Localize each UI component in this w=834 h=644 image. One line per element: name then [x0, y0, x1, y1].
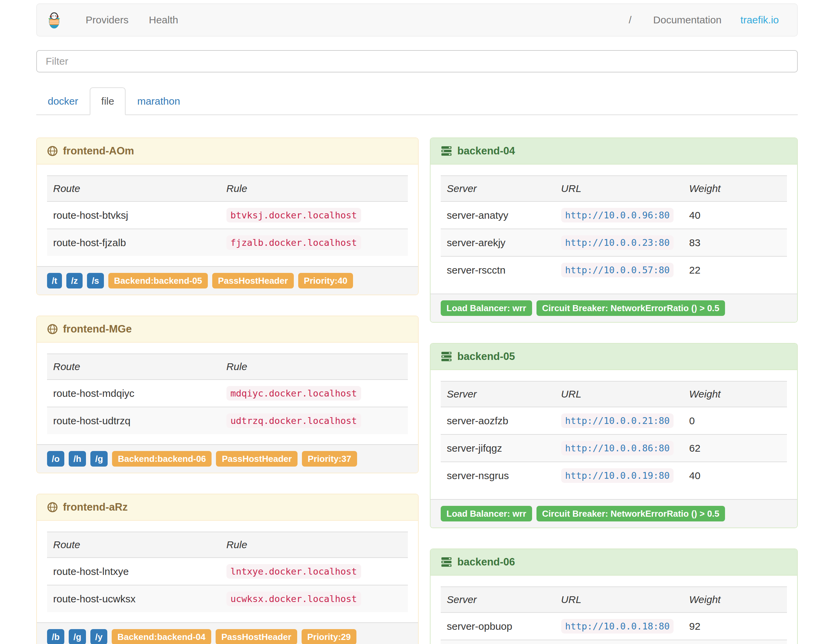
frontend-panel: frontend-AOm Route Rule route-host-btvks…: [36, 138, 419, 295]
table-row: server-arekjy http://10.0.0.23:80 83: [441, 229, 787, 256]
backend-panel-footer: Load Balancer: wrr Circuit Breaker: Netw…: [430, 499, 797, 527]
filter-input[interactable]: [36, 50, 798, 73]
table-row: route-host-mdqiyc mdqiyc.docker.localhos…: [47, 380, 408, 407]
tab-marathon[interactable]: marathon: [126, 87, 192, 115]
routes-table: Route Rule route-host-mdqiyc mdqiyc.dock…: [47, 353, 408, 434]
provider-tabs: docker file marathon: [36, 87, 798, 115]
traefik-logo-icon[interactable]: [46, 11, 62, 29]
tab-docker[interactable]: docker: [36, 87, 90, 115]
routes-table: Route Rule route-host-btvksj btvksj.dock…: [47, 175, 408, 256]
entrypoint-badge: /o: [47, 451, 64, 467]
load-balancer-badge: Load Balancer: wrr: [441, 506, 532, 521]
rule-value: udtrzq.docker.localhost: [226, 413, 361, 428]
server-name: server-jifqgz: [441, 434, 555, 462]
table-row: server-aozfzb http://10.0.0.21:80 0: [441, 407, 787, 434]
frontend-name: frontend-AOm: [63, 145, 134, 157]
backend-panel-heading: backend-05: [430, 344, 797, 370]
frontends-column: frontend-AOm Route Rule route-host-btvks…: [36, 138, 419, 644]
server-url-link[interactable]: http://10.0.0.18:80: [565, 621, 670, 631]
frontend-panel: frontend-aRz Route Rule route-host-lntxy…: [36, 494, 419, 644]
rule-value: btvksj.docker.localhost: [226, 208, 361, 222]
table-row: route-host-fjzalb fjzalb.docker.localhos…: [47, 229, 408, 256]
table-row: route-host-ucwksx ucwksx.docker.localhos…: [47, 585, 408, 612]
priority-badge: Priority:37: [302, 451, 357, 467]
servers-table: Server URL Weight server-aozfzb http://1…: [441, 381, 787, 489]
backend-panel-footer: Load Balancer: wrr Circuit Breaker: Netw…: [430, 294, 797, 322]
server-url-link[interactable]: http://10.0.0.57:80: [565, 265, 670, 275]
column-header-url: URL: [555, 381, 684, 407]
column-header-rule: Rule: [220, 176, 408, 201]
column-header-weight: Weight: [683, 381, 787, 407]
navbar-right: / Documentation traefik.io: [617, 14, 788, 26]
server-name: server-tksmvo: [441, 640, 555, 644]
column-header-url: URL: [555, 176, 684, 201]
passhostheader-badge: PassHostHeader: [216, 451, 297, 467]
server-url-link[interactable]: http://10.0.0.21:80: [565, 416, 670, 426]
route-name: route-host-fjzalb: [47, 229, 220, 256]
backend-panel-heading: backend-04: [430, 138, 797, 165]
backend-panel: backend-05 Server URL Weight server-aozf…: [430, 343, 798, 528]
column-header-server: Server: [441, 587, 555, 613]
column-header-rule: Rule: [220, 354, 408, 380]
nav-separator: /: [617, 14, 643, 26]
circuit-breaker-badge: Circuit Breaker: NetworkErrorRatio () > …: [537, 300, 725, 316]
nav-link-health[interactable]: Health: [139, 14, 189, 26]
navbar: Providers Health / Documentation traefik…: [36, 3, 798, 37]
frontend-panel: frontend-MGe Route Rule route-host-mdqiy…: [36, 316, 419, 473]
frontend-panel-heading: frontend-AOm: [37, 138, 418, 165]
column-header-server: Server: [441, 381, 555, 407]
server-weight: 40: [683, 462, 787, 489]
entrypoint-badge: /y: [91, 629, 107, 644]
server-name: server-anatyy: [441, 201, 555, 229]
backend-badge: Backend:backend-04: [112, 629, 211, 644]
entrypoint-badge: /g: [69, 629, 86, 644]
globe-icon: [47, 502, 58, 513]
route-name: route-host-ucwksx: [47, 585, 220, 612]
backend-badge: Backend:backend-05: [108, 273, 208, 288]
server-name: server-arekjy: [441, 229, 555, 256]
server-weight: 92: [683, 613, 787, 640]
routes-table: Route Rule route-host-lntxye lntxye.dock…: [47, 532, 408, 612]
priority-badge: Priority:40: [298, 273, 353, 288]
server-weight: 83: [683, 229, 787, 256]
route-name: route-host-udtrzq: [47, 407, 220, 434]
entrypoint-badge: /t: [47, 273, 62, 288]
column-header-route: Route: [47, 354, 220, 380]
table-row: server-opbuop http://10.0.0.18:80 92: [441, 613, 787, 640]
filter-container: [36, 50, 798, 73]
backend-badge: Backend:backend-06: [112, 451, 212, 467]
globe-icon: [47, 146, 58, 157]
servers-table: Server URL Weight server-opbuop http://1…: [441, 586, 787, 644]
server-url-link[interactable]: http://10.0.0.86:80: [565, 443, 670, 453]
nav-link-documentation[interactable]: Documentation: [643, 14, 732, 26]
entrypoint-badge: /g: [91, 451, 108, 467]
column-header-rule: Rule: [220, 532, 408, 558]
server-weight: 0: [683, 407, 787, 434]
frontend-name: frontend-MGe: [63, 323, 132, 335]
server-url-link[interactable]: http://10.0.0.23:80: [565, 237, 670, 248]
servers-table: Server URL Weight server-anatyy http://1…: [441, 175, 787, 283]
table-row: route-host-udtrzq udtrzq.docker.localhos…: [47, 407, 408, 434]
table-row: server-anatyy http://10.0.0.96:80 40: [441, 201, 787, 229]
server-name: server-opbuop: [441, 613, 555, 640]
backend-panel: backend-06 Server URL Weight server-opbu…: [430, 549, 798, 644]
table-row: server-nsgrus http://10.0.0.19:80 40: [441, 462, 787, 489]
table-row: server-tksmvo http://10.0.0.63:80 29: [441, 640, 787, 644]
tab-file[interactable]: file: [90, 87, 126, 115]
table-row: route-host-btvksj btvksj.docker.localhos…: [47, 201, 408, 229]
server-url-link[interactable]: http://10.0.0.96:80: [565, 210, 670, 220]
server-url-link[interactable]: http://10.0.0.19:80: [565, 470, 670, 481]
route-name: route-host-btvksj: [47, 201, 220, 229]
entrypoint-badge: /z: [66, 273, 82, 288]
entrypoint-badge: /h: [69, 451, 86, 467]
frontend-panel-heading: frontend-MGe: [37, 316, 418, 343]
entrypoint-badge: /s: [87, 273, 104, 288]
rule-value: ucwksx.docker.localhost: [226, 592, 361, 606]
backend-name: backend-06: [457, 556, 515, 568]
rule-value: lntxye.docker.localhost: [226, 564, 361, 579]
nav-link-traefik-io[interactable]: traefik.io: [732, 14, 788, 26]
route-name: route-host-lntxye: [47, 558, 220, 585]
server-rack-icon: [441, 556, 452, 568]
nav-link-providers[interactable]: Providers: [76, 14, 139, 26]
server-name: server-aozfzb: [441, 407, 555, 434]
